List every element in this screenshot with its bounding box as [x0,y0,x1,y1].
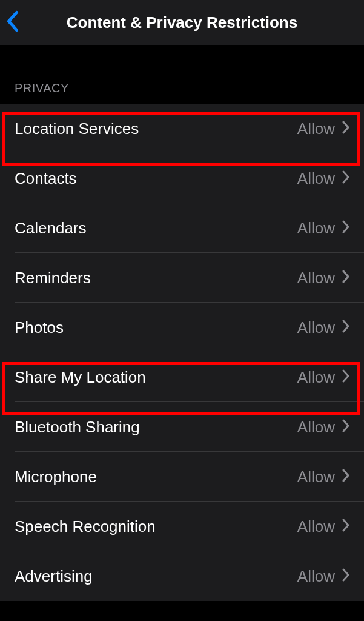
header-bar: Content & Privacy Restrictions [0,0,364,45]
item-right: Allow [297,567,349,586]
chevron-right-icon [342,469,349,485]
list-item-bluetooth-sharing[interactable]: Bluetooth Sharing Allow [0,402,364,452]
item-label: Photos [15,318,64,337]
item-value: Allow [297,169,335,188]
item-right: Allow [297,368,349,387]
item-label: Bluetooth Sharing [15,418,140,437]
chevron-left-icon [6,10,19,35]
chevron-right-icon [342,220,349,236]
item-value: Allow [297,269,335,287]
item-label: Share My Location [15,368,146,387]
item-right: Allow [297,468,349,486]
item-right: Allow [297,219,349,238]
item-label: Advertising [15,567,93,586]
item-value: Allow [297,368,335,387]
chevron-right-icon [342,369,349,385]
item-right: Allow [297,517,349,536]
item-label: Location Services [15,119,139,138]
chevron-right-icon [342,170,349,186]
item-value: Allow [297,517,335,536]
item-label: Microphone [15,468,97,486]
chevron-right-icon [342,320,349,335]
chevron-right-icon [342,270,349,286]
item-value: Allow [297,567,335,586]
item-value: Allow [297,468,335,486]
item-right: Allow [297,119,349,138]
chevron-right-icon [342,568,349,584]
list-item-reminders[interactable]: Reminders Allow [0,253,364,303]
item-value: Allow [297,119,335,138]
item-right: Allow [297,269,349,287]
item-value: Allow [297,318,335,337]
item-label: Contacts [15,169,77,188]
chevron-right-icon [342,121,349,136]
list-item-contacts[interactable]: Contacts Allow [0,153,364,203]
list-item-location-services[interactable]: Location Services Allow [0,104,364,153]
item-right: Allow [297,169,349,188]
back-button[interactable] [6,10,19,35]
chevron-right-icon [342,519,349,534]
item-label: Calendars [15,219,87,238]
list-item-microphone[interactable]: Microphone Allow [0,452,364,502]
item-right: Allow [297,418,349,437]
section-header-privacy: PRIVACY [0,81,364,104]
list-item-advertising[interactable]: Advertising Allow [0,551,364,601]
list-item-photos[interactable]: Photos Allow [0,303,364,352]
item-label: Reminders [15,269,91,287]
page-title: Content & Privacy Restrictions [10,13,354,32]
list-item-share-my-location[interactable]: Share My Location Allow [0,352,364,402]
content-area: PRIVACY Location Services Allow Contacts… [0,45,364,601]
item-value: Allow [297,219,335,238]
chevron-right-icon [342,419,349,435]
item-right: Allow [297,318,349,337]
list-item-calendars[interactable]: Calendars Allow [0,203,364,253]
item-value: Allow [297,418,335,437]
list-item-speech-recognition[interactable]: Speech Recognition Allow [0,502,364,551]
item-label: Speech Recognition [15,517,156,536]
